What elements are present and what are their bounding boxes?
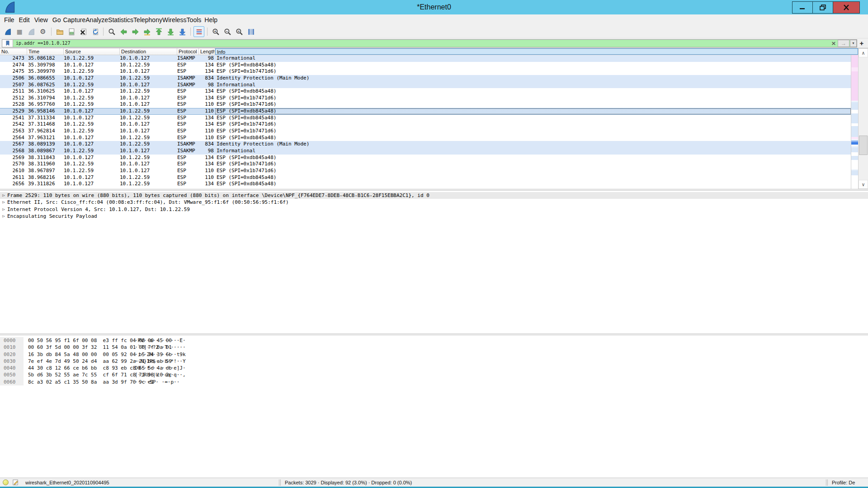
packet-row-2529[interactable]: 252936.95814610.1.0.12710.1.22.59ESP110E…: [0, 108, 851, 115]
detail-line-2[interactable]: ▷Internet Protocol Version 4, Src: 10.1.…: [0, 206, 868, 213]
column-header-proto[interactable]: Protocol: [177, 48, 199, 55]
detail-text: Frame 2529: 110 bytes on wire (880 bits)…: [7, 192, 429, 199]
hex-row[interactable]: 004044 30 c8 12 66 ce b6 bb c8 93 eb c8 …: [0, 365, 868, 371]
capture-file-comment-icon[interactable]: [12, 479, 19, 486]
go-back-icon[interactable]: [118, 26, 129, 37]
packet-row-2563[interactable]: 256337.96281410.1.22.5910.1.0.127ESP110E…: [0, 128, 851, 135]
go-bottom-icon[interactable]: [165, 26, 176, 37]
hex-row[interactable]: 000000 50 56 95 f1 6f 00 08 e3 ff fc 04 …: [0, 337, 868, 344]
resize-columns-icon[interactable]: [245, 26, 256, 37]
menu-item-tools[interactable]: Tools: [187, 16, 202, 23]
zoom-out-icon[interactable]: −: [222, 26, 233, 37]
packet-row-2512[interactable]: 251236.31079410.1.22.5910.1.0.127ESP134E…: [0, 95, 851, 102]
menu-item-file[interactable]: File: [2, 16, 17, 23]
packet-row-2567[interactable]: 256738.08913910.1.0.12710.1.22.59ISAKMP8…: [0, 141, 851, 148]
open-file-icon[interactable]: [54, 26, 65, 37]
clear-filter-icon[interactable]: ×: [830, 40, 838, 47]
detail-line-3[interactable]: ▷Encapsulating Security Payload: [0, 213, 868, 220]
display-filter-input[interactable]: ip.addr ==10.1.0.127: [13, 41, 830, 46]
expand-arrow-icon[interactable]: ▷: [0, 206, 7, 213]
packet-row-2474[interactable]: 247435.30979810.1.0.12710.1.22.59ESP134E…: [0, 62, 851, 69]
cell-len: 110: [199, 135, 215, 141]
stop-capture-icon[interactable]: ■: [14, 26, 25, 37]
capture-filename[interactable]: wireshark_Ethernet0_2020110904495: [25, 480, 278, 485]
capture-options-icon[interactable]: ⚙: [38, 26, 48, 37]
cell-no: 2569: [0, 155, 27, 161]
packet-row-2564[interactable]: 256437.96312110.1.0.12710.1.22.59ESP110E…: [0, 135, 851, 141]
column-header-info[interactable]: Info: [215, 48, 858, 55]
minimize-button[interactable]: [792, 1, 813, 14]
detail-line-0[interactable]: ▷Frame 2529: 110 bytes on wire (880 bits…: [0, 192, 868, 199]
go-top-icon[interactable]: [153, 26, 164, 37]
packet-row-2542[interactable]: 254237.31146810.1.22.5910.1.0.127ESP134E…: [0, 121, 851, 128]
menu-item-telephony[interactable]: Telephony: [133, 16, 162, 23]
filter-bookmark-button[interactable]: [2, 40, 13, 47]
packet-row-2475[interactable]: 247535.30997010.1.22.5910.1.0.127ESP134E…: [0, 68, 851, 75]
scroll-up-icon[interactable]: ∧: [859, 48, 868, 57]
menu-item-help[interactable]: Help: [201, 16, 219, 23]
packet-row-2541[interactable]: 254137.31133410.1.0.12710.1.22.59ESP134E…: [0, 115, 851, 122]
cell-proto: ESP: [177, 181, 199, 188]
packet-row-2473[interactable]: 247335.08618210.1.22.5910.1.0.127ISAKMP9…: [0, 55, 851, 62]
expert-info-icon[interactable]: [3, 479, 9, 485]
column-header-dst[interactable]: Destination: [120, 48, 177, 55]
packet-row-2656[interactable]: 265639.31182610.1.0.12710.1.22.59ESP134E…: [0, 181, 851, 188]
auto-scroll-icon[interactable]: [177, 26, 188, 37]
menu-item-view[interactable]: View: [32, 16, 50, 23]
column-header-no[interactable]: No.: [0, 48, 27, 55]
column-header-len[interactable]: Length: [199, 48, 215, 55]
expand-arrow-icon[interactable]: ▷: [0, 199, 7, 206]
zoom-in-icon[interactable]: +: [210, 26, 221, 37]
go-forward-icon[interactable]: [130, 26, 141, 37]
detail-line-1[interactable]: ▷Ethernet II, Src: Cisco_ff:fc:04 (00:08…: [0, 199, 868, 206]
packet-row-2506[interactable]: 250636.08665510.1.0.12710.1.22.59ISAKMP8…: [0, 75, 851, 82]
start-capture-icon[interactable]: [2, 26, 13, 37]
close-file-icon[interactable]: [78, 26, 89, 37]
hex-row[interactable]: 00505b d6 3b 52 55 ae 7c 55 cf 6f 71 c8 …: [0, 371, 868, 378]
colorize-icon[interactable]: [193, 26, 204, 37]
cell-info: ESP (SPI=0xdb845a48): [215, 155, 851, 161]
close-button[interactable]: [833, 1, 860, 14]
menu-item-analyze[interactable]: Analyze: [85, 16, 108, 23]
menu-item-wireless[interactable]: Wireless: [162, 16, 187, 23]
packet-list-scrollbar[interactable]: ∧ ∨: [858, 48, 868, 189]
expand-arrow-icon[interactable]: ▷: [0, 192, 7, 199]
bookmark-icon: [5, 40, 10, 46]
profile-indicator[interactable]: Profile: De: [828, 480, 865, 485]
restart-capture-icon[interactable]: [26, 26, 37, 37]
hex-row[interactable]: 00307e ef 4e 7d 49 50 24 d4 aa 62 99 2a …: [0, 358, 868, 365]
cell-info: ESP (SPI=0x1b7471d6): [215, 101, 851, 108]
menu-item-capture[interactable]: Capture: [63, 16, 85, 23]
reload-file-icon[interactable]: [90, 26, 100, 37]
packet-row-2528[interactable]: 252836.95776010.1.22.5910.1.0.127ESP110E…: [0, 101, 851, 108]
maximize-button[interactable]: [812, 1, 833, 14]
scroll-down-icon[interactable]: ∨: [859, 180, 868, 189]
column-header-time[interactable]: Time: [27, 48, 64, 55]
packet-row-2569[interactable]: 256938.31184310.1.0.12710.1.22.59ESP134E…: [0, 155, 851, 161]
save-file-icon[interactable]: 010: [66, 26, 77, 37]
expand-arrow-icon[interactable]: ▷: [0, 213, 7, 220]
intelligent-scrollbar-minimap[interactable]: [851, 55, 858, 189]
menu-item-go[interactable]: Go: [50, 16, 63, 23]
packet-row-2610[interactable]: 261038.96789710.1.22.5910.1.0.127ESP110E…: [0, 168, 851, 174]
packet-row-2570[interactable]: 257038.31196010.1.22.5910.1.0.127ESP134E…: [0, 161, 851, 168]
hex-row[interactable]: 00608c a3 02 a5 c1 35 50 8a aa 3d 9f 70 …: [0, 379, 868, 385]
menu-item-edit[interactable]: Edit: [17, 16, 32, 23]
apply-filter-icon[interactable]: →: [838, 40, 849, 47]
menu-item-statistics[interactable]: Statistics: [108, 16, 133, 23]
add-filter-button[interactable]: +: [857, 39, 866, 47]
packet-row-2511[interactable]: 251136.31062510.1.0.12710.1.22.59ESP134E…: [0, 88, 851, 95]
packet-row-2568[interactable]: 256838.08986710.1.22.5910.1.0.127ISAKMP9…: [0, 148, 851, 155]
column-header-src[interactable]: Source: [64, 48, 120, 55]
hex-row[interactable]: 002016 3b db 84 5a 48 00 00 00 05 92 04 …: [0, 351, 868, 358]
packet-row-2611[interactable]: 261138.96821610.1.0.12710.1.22.59ESP110E…: [0, 174, 851, 181]
zoom-reset-icon[interactable]: =: [234, 26, 245, 37]
scrollbar-thumb[interactable]: [859, 136, 868, 155]
packet-row-2507[interactable]: 250736.08762510.1.22.5910.1.0.127ISAKMP9…: [0, 82, 851, 89]
filter-dropdown-icon[interactable]: ▼: [850, 40, 857, 47]
go-to-packet-icon[interactable]: [142, 26, 152, 37]
cell-src: 10.1.22.59: [64, 121, 120, 128]
hex-row[interactable]: 001000 60 3f 5d 00 00 3f 32 11 54 0a 01 …: [0, 344, 868, 351]
find-packet-icon[interactable]: [106, 26, 117, 37]
cell-src: 10.1.22.59: [64, 82, 120, 89]
